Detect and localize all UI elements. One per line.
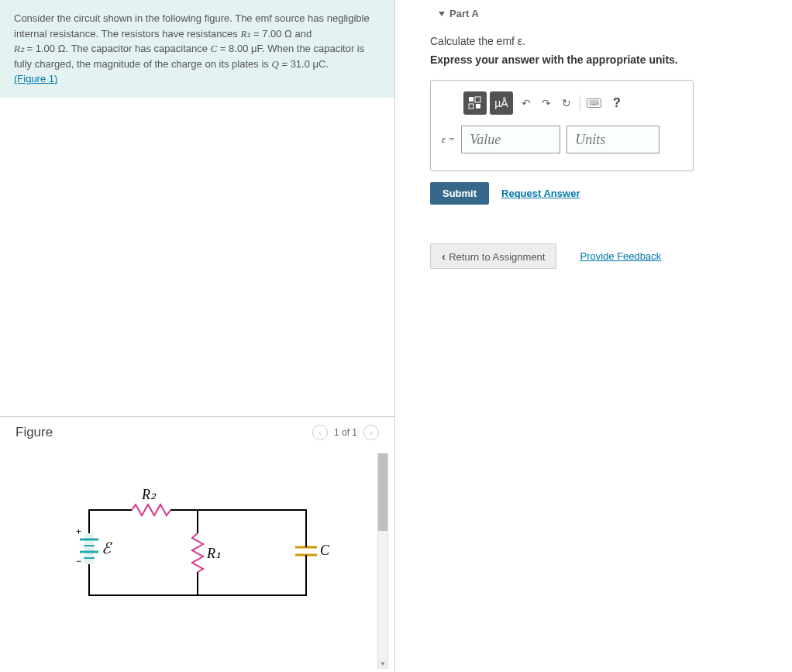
scroll-down-icon[interactable]: ▼ [378,658,387,669]
figure-count: 1 of 1 [334,427,357,438]
svg-rect-17 [475,97,480,102]
value-input[interactable] [461,126,560,153]
scroll-thumb[interactable] [378,453,387,531]
figure-nav: ‹ 1 of 1 › [312,425,379,440]
submit-button[interactable]: Submit [430,182,489,205]
var-Q: Q [271,58,278,70]
label-R1: R₁ [206,546,221,561]
keyboard-button[interactable]: ⌨ [584,91,604,115]
var-R1: R₁ [240,28,250,40]
undo-button[interactable]: ↶ [516,91,536,115]
units-input[interactable] [566,126,659,153]
var-C: C [211,43,218,54]
svg-text:+: + [76,526,81,537]
return-button[interactable]: Return to Assignment [430,243,556,269]
instruction-text: Express your answer with the appropriate… [430,53,769,66]
var-R2: R₂ [14,43,24,54]
label-emf: ℰ [102,539,112,557]
templates-button[interactable] [463,91,487,115]
left-column: Consider the circuit shown in the follow… [0,0,395,672]
figure-panel: Figure ‹ 1 of 1 › + − ℰ [0,416,394,672]
problem-statement: Consider the circuit shown in the follow… [0,0,394,98]
toolbar-separator [580,95,580,111]
figure-next-button[interactable]: › [363,425,379,440]
figure-header: Figure ‹ 1 of 1 › [15,425,379,440]
svg-rect-18 [469,104,473,109]
figure-scrollbar[interactable]: ▲ ▼ [377,453,388,669]
label-R2: R₂ [141,487,157,502]
answer-input-row: ε = [442,126,682,153]
label-C: C [320,543,330,558]
figure-title: Figure [15,425,53,440]
figure-link[interactable]: (Figure 1) [14,73,57,84]
answer-label: ε = [442,133,455,146]
svg-rect-16 [469,97,473,102]
problem-text: Consider the circuit shown in the follow… [14,12,370,40]
special-chars-button[interactable]: µÅ [490,91,513,115]
answer-panel: µÅ ↶ ↷ ↻ ⌨ ? ε = [430,80,694,171]
equation-toolbar: µÅ ↶ ↷ ↻ ⌨ ? [463,91,682,115]
redo-button[interactable]: ↷ [536,91,556,115]
question-text: Calculate the emf ε. [430,35,769,47]
svg-text:−: − [76,556,81,567]
feedback-link[interactable]: Provide Feedback [580,250,661,262]
svg-rect-19 [476,104,480,109]
figure-prev-button[interactable]: ‹ [312,425,328,440]
submit-row: Submit Request Answer [430,182,769,205]
help-button[interactable]: ? [607,91,627,115]
footer-row: Return to Assignment Provide Feedback [430,243,769,269]
collapse-icon[interactable] [439,12,445,16]
request-answer-link[interactable]: Request Answer [501,188,580,199]
reset-button[interactable]: ↻ [556,91,577,115]
svg-rect-2 [84,533,94,564]
right-column: Part A Calculate the emf ε. Express your… [395,0,792,672]
circuit-diagram: + − ℰ R₂ R₁ C [15,448,379,650]
part-header: Part A [430,8,769,24]
